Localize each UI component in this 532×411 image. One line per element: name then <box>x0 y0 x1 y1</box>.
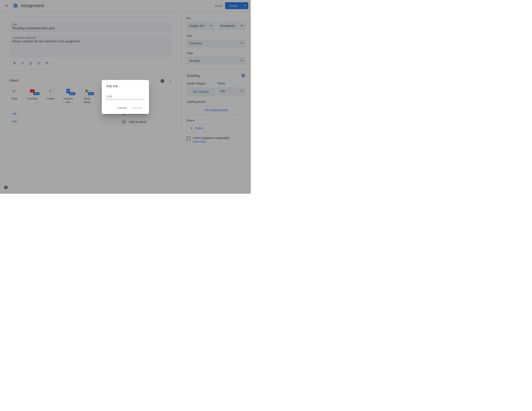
cancel-button[interactable]: Cancel <box>116 105 129 111</box>
modal-overlay[interactable]: Add link Cancel Add link <box>0 0 251 194</box>
add-link-button[interactable]: Add link <box>130 105 144 111</box>
dialog-actions: Cancel Add link <box>106 105 144 111</box>
link-input[interactable] <box>106 93 144 100</box>
add-link-dialog: Add link Cancel Add link <box>102 80 149 114</box>
dialog-title: Add link <box>106 84 144 88</box>
